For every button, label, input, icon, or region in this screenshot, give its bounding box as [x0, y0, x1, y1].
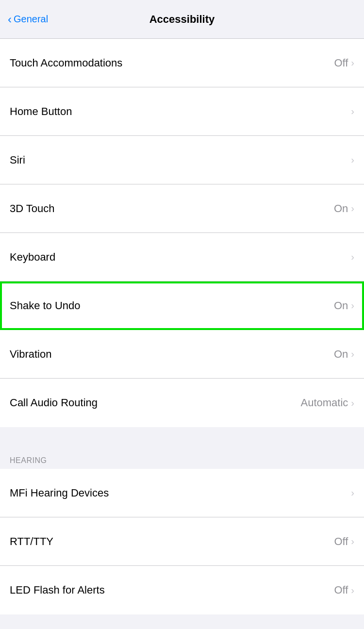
call-audio-routing-chevron-icon: ›: [351, 397, 354, 409]
shake-to-undo-right: On ›: [334, 299, 354, 312]
row-mfi-hearing-devices[interactable]: MFi Hearing Devices ›: [0, 469, 364, 517]
call-audio-routing-right: Automatic ›: [301, 397, 355, 409]
hearing-settings-group: MFi Hearing Devices › RTT/TTY Off › LED …: [0, 469, 364, 614]
rtt-tty-chevron-icon: ›: [351, 536, 354, 547]
home-button-label: Home Button: [10, 105, 72, 118]
siri-label: Siri: [10, 154, 25, 166]
rtt-tty-right: Off ›: [334, 535, 354, 548]
touch-accommodations-chevron-icon: ›: [351, 57, 354, 68]
row-shake-to-undo[interactable]: Shake to Undo On ›: [0, 281, 364, 330]
touch-accommodations-right: Off ›: [334, 57, 354, 69]
hearing-section-header: HEARING: [0, 447, 364, 469]
mfi-hearing-devices-right: ›: [351, 487, 354, 498]
siri-chevron-icon: ›: [351, 154, 354, 166]
section-gap-hearing: [0, 427, 364, 447]
led-flash-alerts-chevron-icon: ›: [351, 585, 354, 596]
keyboard-right: ›: [351, 251, 354, 263]
shake-to-undo-chevron-icon: ›: [351, 300, 354, 311]
mfi-hearing-devices-chevron-icon: ›: [351, 487, 354, 498]
row-led-flash-alerts[interactable]: LED Flash for Alerts Off ›: [0, 566, 364, 614]
page-title: Accessibility: [149, 13, 215, 26]
siri-right: ›: [351, 154, 354, 166]
row-call-audio-routing[interactable]: Call Audio Routing Automatic ›: [0, 379, 364, 427]
3d-touch-right: On ›: [334, 202, 354, 215]
row-3d-touch[interactable]: 3D Touch On ›: [0, 184, 364, 233]
led-flash-alerts-value: Off: [334, 584, 348, 596]
3d-touch-label: 3D Touch: [10, 202, 55, 215]
row-siri[interactable]: Siri ›: [0, 136, 364, 184]
vibration-value: On: [334, 348, 348, 361]
row-keyboard[interactable]: Keyboard ›: [0, 233, 364, 281]
3d-touch-chevron-icon: ›: [351, 203, 354, 214]
home-button-right: ›: [351, 106, 354, 117]
shake-to-undo-label: Shake to Undo: [10, 299, 81, 312]
touch-accommodations-value: Off: [334, 57, 348, 69]
keyboard-chevron-icon: ›: [351, 251, 354, 263]
rtt-tty-value: Off: [334, 535, 348, 548]
keyboard-label: Keyboard: [10, 251, 55, 264]
row-vibration[interactable]: Vibration On ›: [0, 330, 364, 379]
vibration-label: Vibration: [10, 348, 51, 361]
touch-accommodations-label: Touch Accommodations: [10, 57, 122, 69]
call-audio-routing-label: Call Audio Routing: [10, 397, 98, 409]
vibration-chevron-icon: ›: [351, 348, 354, 360]
rtt-tty-label: RTT/TTY: [10, 535, 53, 548]
home-button-chevron-icon: ›: [351, 106, 354, 117]
back-chevron-icon: ‹: [8, 13, 12, 26]
main-settings-group: Touch Accommodations Off › Home Button ›…: [0, 39, 364, 427]
shake-to-undo-value: On: [334, 299, 348, 312]
row-home-button[interactable]: Home Button ›: [0, 87, 364, 136]
row-rtt-tty[interactable]: RTT/TTY Off ›: [0, 517, 364, 566]
nav-bar: ‹ General Accessibility: [0, 0, 364, 39]
call-audio-routing-value: Automatic: [301, 397, 348, 409]
row-touch-accommodations[interactable]: Touch Accommodations Off ›: [0, 39, 364, 87]
led-flash-alerts-right: Off ›: [334, 584, 354, 596]
vibration-right: On ›: [334, 348, 354, 361]
led-flash-alerts-label: LED Flash for Alerts: [10, 584, 105, 596]
back-button[interactable]: ‹ General: [8, 13, 48, 26]
3d-touch-value: On: [334, 202, 348, 215]
mfi-hearing-devices-label: MFi Hearing Devices: [10, 487, 109, 499]
back-label: General: [14, 14, 48, 25]
